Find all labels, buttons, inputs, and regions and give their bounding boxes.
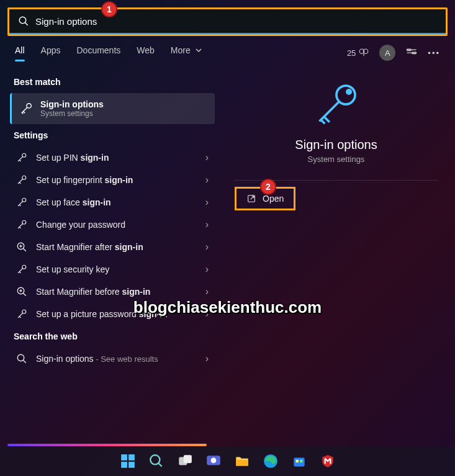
more-options-icon[interactable]: ••• [428, 48, 440, 58]
chevron-right-icon: › [205, 241, 209, 253]
svg-point-6 [27, 104, 31, 108]
svg-rect-33 [183, 455, 191, 463]
result-label: Set up security key [36, 264, 205, 274]
taskbar-search-icon[interactable] [144, 449, 169, 474]
svg-point-24 [346, 90, 350, 94]
mcafee-icon[interactable] [315, 449, 340, 474]
section-settings: Settings [14, 130, 215, 140]
section-best-match: Best match [14, 77, 215, 87]
chevron-down-icon [196, 47, 202, 53]
key-icon [16, 174, 27, 186]
chevron-right-icon: › [205, 264, 209, 275]
search-icon [18, 16, 29, 27]
tab-all[interactable]: All [15, 45, 25, 60]
annotation-badge-2: 2 [260, 179, 276, 195]
preview-subtitle: System settings [227, 155, 445, 164]
result-label: Set up face sign-in [36, 197, 205, 207]
open-label: Open [263, 194, 284, 204]
svg-rect-38 [294, 458, 304, 467]
result-label: Start Magnifier after sign-in [36, 242, 205, 252]
chat-icon[interactable] [201, 449, 226, 474]
key-icon [16, 219, 27, 230]
svg-point-7 [22, 153, 26, 157]
svg-point-30 [150, 455, 160, 464]
tab-web[interactable]: Web [137, 45, 155, 60]
svg-point-35 [210, 458, 216, 464]
best-match-subtitle: System settings [40, 109, 104, 118]
search-icon [16, 353, 27, 364]
filter-icon[interactable] [405, 47, 418, 59]
svg-line-17 [23, 293, 26, 296]
annotation-badge-1: 1 [101, 1, 117, 17]
svg-rect-29 [128, 462, 135, 468]
best-match-result[interactable]: Sign-in options System settings [10, 93, 215, 124]
tab-apps[interactable]: Apps [41, 45, 61, 60]
web-result-label: Sign-in options [36, 354, 94, 364]
open-external-icon [246, 194, 256, 204]
magnifier-plus-icon [16, 241, 27, 253]
svg-line-31 [158, 463, 161, 466]
result-label: Change your password [36, 220, 205, 230]
avatar[interactable]: A [379, 45, 395, 61]
preview-key-icon [312, 79, 361, 129]
key-icon [16, 264, 27, 275]
open-button-highlight[interactable]: 2 Open [235, 187, 295, 210]
svg-rect-36 [236, 460, 248, 466]
svg-point-8 [22, 176, 26, 179]
svg-point-0 [19, 17, 26, 24]
taskbar [0, 446, 455, 476]
svg-rect-27 [128, 454, 135, 460]
result-label: Set up fingerprint sign-in [36, 175, 205, 185]
tab-more[interactable]: More [171, 45, 202, 60]
magnifier-plus-icon [16, 286, 27, 297]
key-icon [16, 308, 27, 320]
settings-result-item[interactable]: Start Magnifier after sign-in› [10, 236, 215, 258]
web-result-item[interactable]: Sign-in options - See web results › [10, 348, 215, 370]
edge-icon[interactable] [258, 449, 283, 474]
search-input[interactable] [35, 16, 437, 27]
svg-rect-40 [300, 460, 302, 462]
tab-documents[interactable]: Documents [76, 45, 120, 60]
search-bar-highlight-box: 1 [7, 7, 448, 36]
svg-rect-39 [295, 460, 298, 462]
taskview-icon[interactable] [173, 449, 197, 474]
results-column: Best match Sign-in options System settin… [10, 71, 215, 370]
watermark-text: blogchiasekienthuc.com [133, 298, 322, 317]
svg-point-10 [22, 220, 26, 224]
search-bar[interactable] [9, 9, 446, 34]
best-match-title: Sign-in options [40, 99, 104, 109]
svg-rect-28 [121, 462, 127, 468]
svg-rect-26 [121, 454, 127, 460]
web-result-sub: - See web results [94, 354, 158, 364]
search-tabs: All Apps Documents Web More 25 A ••• [0, 36, 455, 65]
key-icon [19, 102, 33, 115]
trophy-icon [358, 47, 369, 58]
key-icon [16, 197, 27, 208]
chevron-right-icon: › [205, 353, 209, 364]
svg-line-12 [23, 248, 26, 251]
settings-result-item[interactable]: Set up security key› [10, 258, 215, 281]
svg-point-20 [22, 310, 26, 313]
preview-pane: Sign-in options System settings 2 Open [227, 71, 445, 370]
result-label: Set up PIN sign-in [36, 153, 205, 163]
settings-result-item[interactable]: Set up fingerprint sign-in› [10, 169, 215, 191]
result-label: Start Magnifier before sign-in [36, 287, 205, 297]
rewards-badge[interactable]: 25 [347, 47, 369, 58]
svg-line-22 [23, 360, 26, 363]
start-button[interactable] [115, 449, 140, 474]
file-explorer-icon[interactable] [230, 449, 255, 474]
chevron-right-icon: › [205, 286, 209, 297]
chevron-right-icon: › [205, 174, 209, 186]
svg-line-1 [25, 22, 28, 25]
preview-title: Sign-in options [227, 138, 445, 152]
chevron-right-icon: › [205, 152, 209, 163]
section-search-web: Search the web [14, 331, 215, 341]
svg-point-21 [17, 354, 24, 361]
settings-result-item[interactable]: Set up face sign-in› [10, 191, 215, 213]
settings-result-item[interactable]: Change your password› [10, 213, 215, 236]
store-icon[interactable] [287, 449, 312, 474]
settings-result-item[interactable]: Set up PIN sign-in› [10, 146, 215, 169]
chevron-right-icon: › [205, 197, 209, 208]
chevron-right-icon: › [205, 219, 209, 230]
key-icon [16, 152, 27, 163]
